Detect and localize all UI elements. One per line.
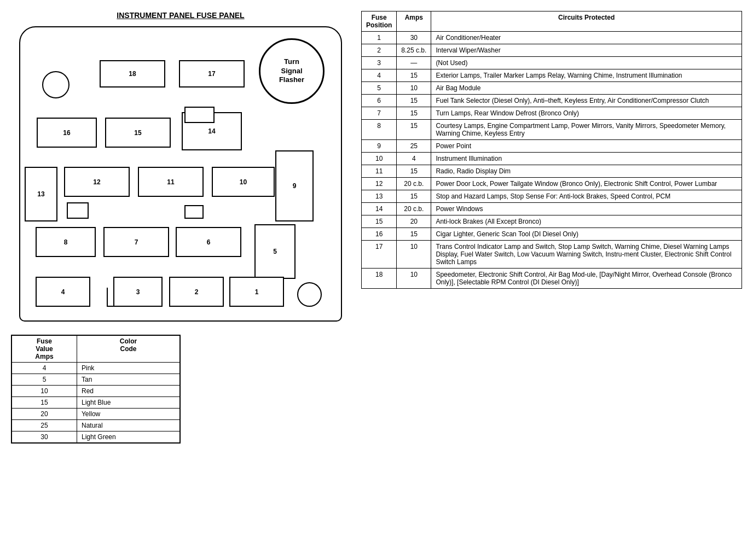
color-table: Fuse Value Amps Color Code 4 Pink5 Tan10… — [11, 335, 181, 444]
fuse-pos: 5 — [362, 82, 397, 95]
color-table-row: 30 Light Green — [11, 431, 180, 444]
color-table-row: 10 Red — [11, 386, 180, 397]
fuse-amps: 15 — [397, 165, 431, 178]
color-amps: 30 — [11, 431, 77, 444]
fuse-pos: 2 — [362, 44, 397, 57]
color-table-row: 20 Yellow — [11, 409, 180, 420]
fuse-table-row: 2 8.25 c.b. Interval Wiper/Washer — [362, 44, 742, 57]
fuse-circuit: Interval Wiper/Washer — [431, 44, 742, 57]
fuse-amps: 10 — [397, 241, 431, 269]
fuse-table-row: 5 10 Air Bag Module — [362, 82, 742, 95]
fuse-table-header-circuit: Circuits Protected — [431, 11, 742, 32]
fuse-amps: 15 — [397, 95, 431, 107]
color-code-section: Fuse Value Amps Color Code 4 Pink5 Tan10… — [11, 335, 350, 444]
fuse-circuit: Courtesy Lamps, Engine Compartment Lamp,… — [431, 120, 742, 140]
fuse-pos: 8 — [362, 120, 397, 140]
fuse-amps: 10 — [397, 82, 431, 95]
fuse-pos: 17 — [362, 241, 397, 269]
fuse-table-row: 13 15 Stop and Hazard Lamps, Stop Sense … — [362, 190, 742, 203]
fuse-13: 13 — [25, 167, 57, 221]
color-table-row: 15 Light Blue — [11, 397, 180, 409]
fuse-table-row: 1 30 Air Conditioner/Heater — [362, 32, 742, 44]
fuse-15: 15 — [105, 118, 171, 148]
color-amps: 25 — [11, 420, 77, 431]
fuse-7: 7 — [103, 227, 169, 257]
fuse-table-row: 7 15 Turn Lamps, Rear Window Defrost (Br… — [362, 107, 742, 120]
fuse-pos: 9 — [362, 140, 397, 153]
color-amps: 20 — [11, 409, 77, 420]
small-relay-circle-2 — [297, 282, 322, 307]
fuse-table-row: 10 4 Instrument Illumination — [362, 153, 742, 165]
fuse-amps: 15 — [397, 190, 431, 203]
fuse-amps: 15 — [397, 120, 431, 140]
fuse-amps: 20 c.b. — [397, 203, 431, 215]
fuse-9: 9 — [275, 150, 314, 221]
fuse-3: 3 — [113, 277, 163, 307]
fuse-pos: 3 — [362, 57, 397, 69]
fuse-pos: 7 — [362, 107, 397, 120]
fuse-circuit: Stop and Hazard Lamps, Stop Sense For: A… — [431, 190, 742, 203]
panel-title: INSTRUMENT PANEL FUSE PANEL — [11, 11, 350, 20]
color-name: Pink — [77, 363, 180, 374]
fuse-table-row: 15 20 Anti-lock Brakes (All Except Bronc… — [362, 215, 742, 228]
fuse-12: 12 — [64, 167, 130, 197]
fuse-amps: 15 — [397, 69, 431, 82]
fuse-table-row: 6 15 Fuel Tank Selector (Diesel Only), A… — [362, 95, 742, 107]
fuse-table-row: 11 15 Radio, Radio Display Dim — [362, 165, 742, 178]
fuse-table-row: 9 25 Power Point — [362, 140, 742, 153]
fuse-pos: 18 — [362, 269, 397, 289]
color-table-row: 4 Pink — [11, 363, 180, 374]
connector-3 — [107, 288, 118, 307]
fuse-17: 17 — [179, 60, 245, 88]
color-amps: 10 — [11, 386, 77, 397]
fuse-table-header-pos: Fuse Position — [362, 11, 397, 32]
fuse-table-row: 12 20 c.b. Power Door Lock, Power Tailga… — [362, 178, 742, 190]
fuse-6: 6 — [176, 227, 241, 257]
color-name: Tan — [77, 374, 180, 386]
fuse-table-row: 18 10 Speedometer, Electronic Shift Cont… — [362, 269, 742, 289]
fuse-amps: 15 — [397, 228, 431, 241]
fuse-circuit: Air Bag Module — [431, 82, 742, 95]
color-amps: 5 — [11, 374, 77, 386]
fuse-circuit: Air Conditioner/Heater — [431, 32, 742, 44]
fuse-circuit: Fuel Tank Selector (Diesel Only), Anti–t… — [431, 95, 742, 107]
small-relay-circle — [42, 71, 69, 98]
fuse-16: 16 — [37, 118, 97, 148]
fuse-table: Fuse Position Amps Circuits Protected 1 … — [361, 11, 742, 289]
left-panel: INSTRUMENT PANEL FUSE PANEL Turn Signal … — [5, 5, 356, 555]
fuse-pos: 1 — [362, 32, 397, 44]
fuse-circuit: Turn Lamps, Rear Window Defrost (Bronco … — [431, 107, 742, 120]
fuse-2: 2 — [169, 277, 224, 307]
turn-signal-flasher: Turn Signal Flasher — [259, 38, 325, 104]
fuse-table-row: 8 15 Courtesy Lamps, Engine Compartment … — [362, 120, 742, 140]
fuse-circuit: Power Windows — [431, 203, 742, 215]
fuse-pos: 11 — [362, 165, 397, 178]
fuse-14-inner — [184, 107, 215, 123]
fuse-circuit: Radio, Radio Display Dim — [431, 165, 742, 178]
fuse-circuit: (Not Used) — [431, 57, 742, 69]
fuse-amps: 10 — [397, 269, 431, 289]
color-amps: 15 — [11, 397, 77, 409]
fuse-18: 18 — [100, 60, 165, 88]
color-name: Red — [77, 386, 180, 397]
fuse-circuit: Anti-lock Brakes (All Except Bronco) — [431, 215, 742, 228]
fuse-circuit: Instrument Illumination — [431, 153, 742, 165]
fuse-4: 4 — [36, 277, 90, 307]
fuse-pos: 12 — [362, 178, 397, 190]
fuse-pos: 6 — [362, 95, 397, 107]
color-name: Light Blue — [77, 397, 180, 409]
col-header-amps: Fuse Value Amps — [11, 335, 77, 363]
fuse-amps: 4 — [397, 153, 431, 165]
color-name: Yellow — [77, 409, 180, 420]
color-table-row: 5 Tan — [11, 374, 180, 386]
fuse-circuit: Exterior Lamps, Trailer Marker Lamps Rel… — [431, 69, 742, 82]
fuse-pos: 4 — [362, 69, 397, 82]
fuse-table-row: 14 20 c.b. Power Windows — [362, 203, 742, 215]
fuse-5: 5 — [254, 224, 296, 279]
color-table-row: 25 Natural — [11, 420, 180, 431]
fuse-pos: 13 — [362, 190, 397, 203]
fuse-table-row: 16 15 Cigar Lighter, Generic Scan Tool (… — [362, 228, 742, 241]
fuse-circuit: Cigar Lighter, Generic Scan Tool (DI Die… — [431, 228, 742, 241]
fuse-amps: 20 c.b. — [397, 178, 431, 190]
right-panel: Fuse Position Amps Circuits Protected 1 … — [356, 5, 748, 555]
